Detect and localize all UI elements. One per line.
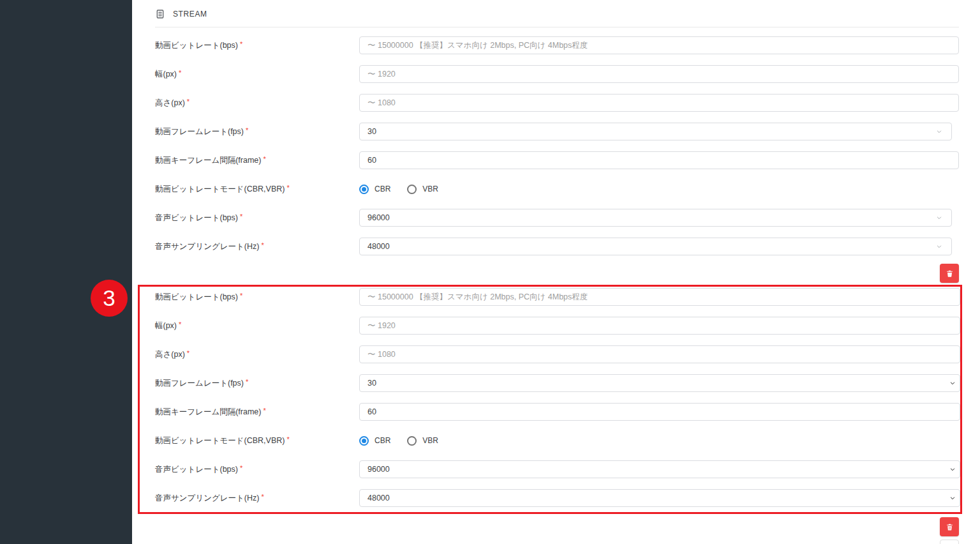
- form-row-video-framerate: 動画フレームレート(fps)*30: [155, 123, 959, 140]
- radio-label: VBR: [422, 185, 438, 193]
- field-label-video-framerate: 動画フレームレート(fps)*: [155, 126, 359, 137]
- field-label-width: 幅(px)*: [155, 69, 359, 80]
- video-bitrate-input[interactable]: [359, 36, 959, 54]
- form-row-video-framerate: 動画フレームレート(fps)*30: [155, 374, 960, 392]
- annotation-circle: 3: [91, 280, 128, 317]
- required-asterisk: *: [263, 155, 265, 163]
- required-asterisk: *: [187, 349, 189, 357]
- form-row-video-bitrate-mode: 動画ビットレートモード(CBR,VBR)*CBRVBR: [155, 432, 960, 450]
- required-asterisk: *: [261, 493, 264, 501]
- required-asterisk: *: [261, 241, 264, 249]
- chevron-down-icon: [949, 495, 956, 501]
- form-row-audio-sampling-rate: 音声サンプリングレート(Hz)*48000: [155, 238, 959, 255]
- chevron-down-icon: [936, 215, 942, 221]
- field-label-video-bitrate-mode: 動画ビットレートモード(CBR,VBR)*: [155, 184, 359, 195]
- audio-sampling-rate-select[interactable]: 48000: [359, 238, 952, 255]
- video-bitrate-mode-radio-group: CBRVBR: [359, 185, 438, 194]
- form-row-video-bitrate: 動画ビットレート(bps)*: [155, 288, 960, 306]
- form-row-height: 高さ(px)*: [155, 345, 960, 363]
- video-framerate-select[interactable]: 30: [359, 374, 960, 392]
- delete-stream-2-button[interactable]: [940, 517, 959, 536]
- field-label-audio-bitrate: 音声ビットレート(bps)*: [155, 464, 359, 475]
- chevron-down-icon: [949, 380, 956, 386]
- delete-stream-1-button[interactable]: [940, 264, 959, 283]
- height-input[interactable]: [359, 94, 959, 112]
- stream-settings-group-2: 動画ビットレート(bps)*幅(px)*高さ(px)*動画フレームレート(fps…: [155, 288, 960, 507]
- form-row-audio-bitrate: 音声ビットレート(bps)*96000: [155, 209, 959, 227]
- radio-button-icon[interactable]: [359, 185, 369, 194]
- document-icon: [155, 9, 165, 19]
- width-input[interactable]: [359, 317, 960, 335]
- sidebar: [0, 0, 132, 544]
- required-asterisk: *: [286, 184, 289, 192]
- trash-icon: [946, 523, 954, 531]
- field-label-height: 高さ(px)*: [155, 349, 359, 360]
- required-asterisk: *: [246, 378, 248, 386]
- radio-option-vbr[interactable]: VBR: [407, 436, 438, 446]
- radio-option-cbr[interactable]: CBR: [359, 436, 390, 446]
- audio-bitrate-select[interactable]: 96000: [359, 460, 960, 478]
- section-title: STREAM: [173, 10, 207, 19]
- radio-label: CBR: [375, 436, 390, 445]
- trash-icon: [946, 269, 954, 278]
- field-label-height: 高さ(px)*: [155, 98, 359, 109]
- required-asterisk: *: [187, 98, 189, 105]
- field-label-audio-sampling-rate: 音声サンプリングレート(Hz)*: [155, 241, 359, 252]
- radio-option-vbr[interactable]: VBR: [407, 185, 438, 194]
- main-content: STREAM 動画ビットレート(bps)*幅(px)*高さ(px)*動画フレーム…: [132, 0, 980, 544]
- section-header: STREAM: [155, 6, 959, 22]
- audio-sampling-rate-select[interactable]: 48000: [359, 489, 960, 507]
- required-asterisk: *: [179, 321, 181, 328]
- form-row-audio-sampling-rate: 音声サンプリングレート(Hz)*48000: [155, 489, 960, 507]
- width-input[interactable]: [359, 65, 959, 83]
- field-label-width: 幅(px)*: [155, 321, 359, 331]
- chevron-down-icon: [936, 243, 942, 250]
- form-row-keyframe-interval: 動画キーフレーム間隔(frame)*: [155, 403, 960, 421]
- field-label-video-bitrate: 動画ビットレート(bps)*: [155, 292, 359, 303]
- video-bitrate-mode-radio-group: CBRVBR: [359, 436, 438, 446]
- chevron-down-icon: [936, 128, 942, 135]
- partial-next-element: [940, 540, 959, 544]
- chevron-down-icon: [949, 466, 956, 472]
- form-row-width: 幅(px)*: [155, 317, 960, 335]
- keyframe-interval-input[interactable]: [359, 403, 960, 421]
- field-label-keyframe-interval: 動画キーフレーム間隔(frame)*: [155, 155, 359, 166]
- radio-button-icon[interactable]: [407, 436, 417, 446]
- field-label-video-bitrate-mode: 動画ビットレートモード(CBR,VBR)*: [155, 435, 359, 446]
- form-row-video-bitrate: 動画ビットレート(bps)*: [155, 36, 959, 54]
- field-label-audio-sampling-rate: 音声サンプリングレート(Hz)*: [155, 493, 359, 504]
- stream-settings-group-1: 動画ビットレート(bps)*幅(px)*高さ(px)*動画フレームレート(fps…: [155, 36, 959, 255]
- form-row-height: 高さ(px)*: [155, 94, 959, 112]
- required-asterisk: *: [240, 213, 242, 220]
- radio-label: CBR: [375, 185, 390, 193]
- form-row-audio-bitrate: 音声ビットレート(bps)*96000: [155, 460, 960, 478]
- form-row-keyframe-interval: 動画キーフレーム間隔(frame)*: [155, 151, 959, 169]
- required-asterisk: *: [246, 126, 248, 134]
- height-input[interactable]: [359, 345, 960, 363]
- field-label-video-framerate: 動画フレームレート(fps)*: [155, 378, 359, 389]
- required-asterisk: *: [240, 292, 242, 299]
- required-asterisk: *: [286, 435, 289, 443]
- required-asterisk: *: [179, 69, 181, 77]
- radio-label: VBR: [422, 436, 438, 445]
- audio-bitrate-select[interactable]: 96000: [359, 209, 952, 227]
- form-row-width: 幅(px)*: [155, 65, 959, 83]
- video-framerate-select[interactable]: 30: [359, 123, 952, 140]
- required-asterisk: *: [240, 464, 242, 472]
- annotation-rectangle: 動画ビットレート(bps)*幅(px)*高さ(px)*動画フレームレート(fps…: [138, 285, 962, 514]
- field-label-audio-bitrate: 音声ビットレート(bps)*: [155, 213, 359, 223]
- radio-button-icon[interactable]: [407, 185, 417, 194]
- form-row-video-bitrate-mode: 動画ビットレートモード(CBR,VBR)*CBRVBR: [155, 180, 959, 198]
- field-label-keyframe-interval: 動画キーフレーム間隔(frame)*: [155, 407, 359, 418]
- keyframe-interval-input[interactable]: [359, 151, 959, 169]
- field-label-video-bitrate: 動画ビットレート(bps)*: [155, 40, 359, 51]
- radio-option-cbr[interactable]: CBR: [359, 185, 390, 194]
- radio-button-icon[interactable]: [359, 436, 369, 446]
- required-asterisk: *: [263, 407, 265, 414]
- video-bitrate-input[interactable]: [359, 288, 960, 306]
- required-asterisk: *: [240, 40, 242, 48]
- header-divider: [155, 27, 959, 27]
